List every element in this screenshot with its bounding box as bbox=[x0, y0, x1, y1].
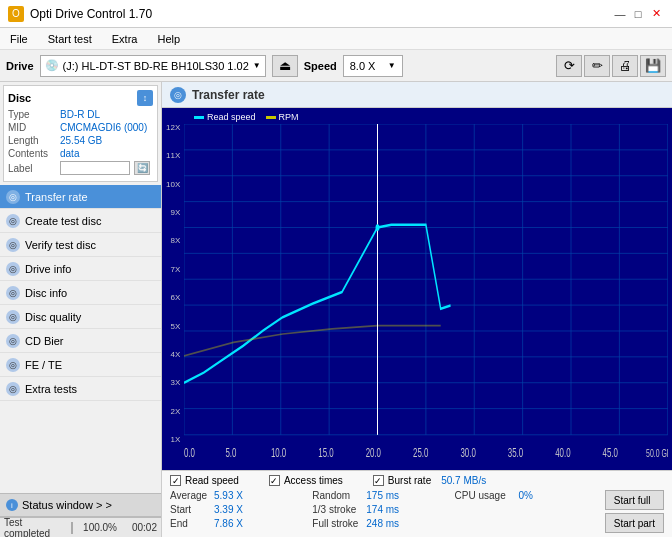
svg-text:5.0: 5.0 bbox=[226, 444, 237, 459]
toolbar-btn-4[interactable]: 💾 bbox=[640, 55, 666, 77]
nav-label-fe-te: FE / TE bbox=[25, 359, 62, 371]
start-part-button[interactable]: Start part bbox=[605, 513, 664, 533]
nav-icon-fe-te: ◎ bbox=[6, 358, 20, 372]
nav-icon-transfer-rate: ◎ bbox=[6, 190, 20, 204]
sidebar: Disc ↕ Type BD-R DL MID CMCMAGDI6 (000) … bbox=[0, 82, 162, 537]
disc-contents-value: data bbox=[60, 148, 79, 159]
chart-area: Read speed RPM 12X 11X 10X 9X 8X 7X 6X 5… bbox=[162, 108, 672, 470]
checkbox-read-speed[interactable]: ✓ Read speed bbox=[170, 475, 239, 486]
progress-bar bbox=[71, 522, 73, 534]
disc-label-label: Label bbox=[8, 163, 56, 174]
disc-length-label: Length bbox=[8, 135, 56, 146]
nav-item-extra-tests[interactable]: ◎ Extra tests bbox=[0, 377, 161, 401]
menu-start-test[interactable]: Start test bbox=[44, 32, 96, 46]
title-controls[interactable]: — □ ✕ bbox=[612, 6, 664, 22]
nav-item-fe-te[interactable]: ◎ FE / TE bbox=[0, 353, 161, 377]
svg-text:50.0 GB: 50.0 GB bbox=[646, 446, 668, 459]
nav-icon-verify-test-disc: ◎ bbox=[6, 238, 20, 252]
status-window-button[interactable]: i Status window > > bbox=[0, 493, 161, 517]
panel-title: Transfer rate bbox=[192, 88, 265, 102]
disc-type-row: Type BD-R DL bbox=[8, 109, 153, 120]
stat-average-label: Average bbox=[170, 490, 210, 501]
nav-icon-disc-quality: ◎ bbox=[6, 310, 20, 324]
nav-icon-drive-info: ◎ bbox=[6, 262, 20, 276]
y-label-7: 7X bbox=[166, 266, 180, 274]
sidebar-bottom: i Status window > > Test completed 100.0… bbox=[0, 493, 161, 537]
checkbox-access-times[interactable]: ✓ Access times bbox=[269, 475, 343, 486]
drive-dropdown[interactable]: 💿 (J:) HL-DT-ST BD-RE BH10LS30 1.02 ▼ bbox=[40, 55, 266, 77]
stat-cpu-label: CPU usage bbox=[455, 490, 515, 501]
toolbar-btn-1[interactable]: ⟳ bbox=[556, 55, 582, 77]
nav-label-drive-info: Drive info bbox=[25, 263, 71, 275]
disc-section-title: Disc bbox=[8, 92, 31, 104]
y-label-8: 8X bbox=[166, 237, 180, 245]
svg-text:15.0: 15.0 bbox=[319, 444, 334, 459]
disc-contents-row: Contents data bbox=[8, 148, 153, 159]
status-window-label: Status window > > bbox=[22, 499, 112, 511]
legend-rpm-color bbox=[266, 116, 276, 119]
legend-rpm-label: RPM bbox=[279, 112, 299, 122]
legend-rpm: RPM bbox=[266, 112, 299, 122]
stat-fullstroke-row: Full stroke 248 ms bbox=[312, 518, 454, 529]
svg-text:40.0: 40.0 bbox=[555, 444, 570, 459]
stat-start-label: Start bbox=[170, 504, 210, 515]
menu-help[interactable]: Help bbox=[153, 32, 184, 46]
menu-extra[interactable]: Extra bbox=[108, 32, 142, 46]
nav-label-transfer-rate: Transfer rate bbox=[25, 191, 88, 203]
stat-end-value: 7.86 X bbox=[214, 518, 259, 529]
minimize-button[interactable]: — bbox=[612, 6, 628, 22]
nav-label-verify-test-disc: Verify test disc bbox=[25, 239, 96, 251]
chart-svg: 0.0 5.0 10.0 15.0 20.0 25.0 30.0 35.0 40… bbox=[184, 124, 668, 460]
checkbox-row: ✓ Read speed ✓ Access times ✓ Burst rate… bbox=[170, 475, 664, 486]
nav-item-create-test-disc[interactable]: ◎ Create test disc bbox=[0, 209, 161, 233]
disc-mid-value: CMCMAGDI6 (000) bbox=[60, 122, 147, 133]
stat-stroke13-row: 1/3 stroke 174 ms bbox=[312, 504, 454, 515]
checkbox-burst-icon[interactable]: ✓ bbox=[373, 475, 384, 486]
title-bar: O Opti Drive Control 1.70 — □ ✕ bbox=[0, 0, 672, 28]
close-button[interactable]: ✕ bbox=[648, 6, 664, 22]
svg-text:30.0: 30.0 bbox=[461, 444, 476, 459]
legend-read-label: Read speed bbox=[207, 112, 256, 122]
start-full-button[interactable]: Start full bbox=[605, 490, 664, 510]
stat-average-value: 5.93 X bbox=[214, 490, 259, 501]
legend-read-speed: Read speed bbox=[194, 112, 256, 122]
menu-bar: File Start test Extra Help bbox=[0, 28, 672, 50]
nav-item-transfer-rate[interactable]: ◎ Transfer rate bbox=[0, 185, 161, 209]
speed-value: 8.0 X bbox=[350, 60, 376, 72]
nav-item-disc-info[interactable]: ◎ Disc info bbox=[0, 281, 161, 305]
nav-item-verify-test-disc[interactable]: ◎ Verify test disc bbox=[0, 233, 161, 257]
panel-header: ◎ Transfer rate bbox=[162, 82, 672, 108]
stat-random-row: Random 175 ms bbox=[312, 490, 454, 501]
nav-item-cd-bier[interactable]: ◎ CD Bier bbox=[0, 329, 161, 353]
disc-section: Disc ↕ Type BD-R DL MID CMCMAGDI6 (000) … bbox=[3, 85, 158, 182]
checkbox-burst-rate[interactable]: ✓ Burst rate 50.7 MB/s bbox=[373, 475, 486, 486]
y-label-6: 6X bbox=[166, 294, 180, 302]
burst-value: 50.7 MB/s bbox=[441, 475, 486, 486]
maximize-button[interactable]: □ bbox=[630, 6, 646, 22]
stats-area: ✓ Read speed ✓ Access times ✓ Burst rate… bbox=[162, 470, 672, 537]
speed-arrow: ▼ bbox=[388, 61, 396, 70]
disc-label-input[interactable] bbox=[60, 161, 130, 175]
disc-type-label: Type bbox=[8, 109, 56, 120]
svg-text:10.0: 10.0 bbox=[271, 444, 286, 459]
eject-button[interactable]: ⏏ bbox=[272, 55, 298, 77]
toolbar-btn-3[interactable]: 🖨 bbox=[612, 55, 638, 77]
disc-section-icon[interactable]: ↕ bbox=[137, 90, 153, 106]
speed-dropdown[interactable]: 8.0 X ▼ bbox=[343, 55, 403, 77]
nav-item-disc-quality[interactable]: ◎ Disc quality bbox=[0, 305, 161, 329]
menu-file[interactable]: File bbox=[6, 32, 32, 46]
checkbox-access-label: Access times bbox=[284, 475, 343, 486]
nav-label-cd-bier: CD Bier bbox=[25, 335, 64, 347]
stat-fullstroke-value: 248 ms bbox=[366, 518, 411, 529]
checkbox-read-icon[interactable]: ✓ bbox=[170, 475, 181, 486]
nav-items: ◎ Transfer rate ◎ Create test disc ◎ Ver… bbox=[0, 185, 161, 493]
stat-cpu-row: CPU usage 0% bbox=[455, 490, 597, 501]
stat-start-value: 3.39 X bbox=[214, 504, 259, 515]
toolbar-btn-2[interactable]: ✏ bbox=[584, 55, 610, 77]
stat-end-row: End 7.86 X bbox=[170, 518, 312, 529]
checkbox-access-icon[interactable]: ✓ bbox=[269, 475, 280, 486]
drive-bar: Drive 💿 (J:) HL-DT-ST BD-RE BH10LS30 1.0… bbox=[0, 50, 672, 82]
nav-item-drive-info[interactable]: ◎ Drive info bbox=[0, 257, 161, 281]
disc-label-btn[interactable]: 🔄 bbox=[134, 161, 150, 175]
svg-text:25.0: 25.0 bbox=[413, 444, 428, 459]
